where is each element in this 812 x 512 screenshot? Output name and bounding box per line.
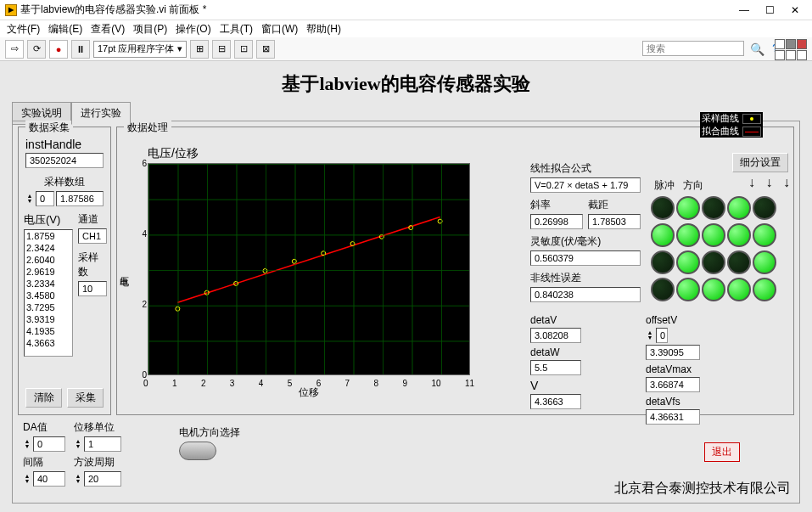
align-button[interactable]: ⊞ bbox=[190, 40, 209, 59]
led[interactable] bbox=[753, 223, 776, 247]
detail-button[interactable]: 细分设置 bbox=[732, 153, 788, 172]
led[interactable] bbox=[727, 196, 751, 220]
svg-point-3 bbox=[234, 281, 238, 285]
unit-spinner[interactable]: ▲▼ bbox=[74, 439, 82, 449]
icon-palette[interactable] bbox=[775, 39, 807, 60]
menu-edit[interactable]: 编辑(E) bbox=[45, 22, 86, 37]
menu-operate[interactable]: 操作(O) bbox=[172, 22, 214, 37]
samples-idx[interactable]: 0 bbox=[36, 191, 54, 206]
close-button[interactable]: ✕ bbox=[783, 2, 807, 19]
slope-value: 0.26998 bbox=[530, 214, 583, 229]
chart-plot[interactable]: 6420 电压 01234567891011 位移 bbox=[148, 163, 470, 375]
run-cont-button[interactable]: ⟳ bbox=[27, 40, 46, 59]
led[interactable] bbox=[753, 250, 776, 274]
menu-tools[interactable]: 工具(T) bbox=[216, 22, 256, 37]
led[interactable] bbox=[727, 250, 751, 274]
led[interactable] bbox=[727, 223, 751, 247]
period-value[interactable]: 20 bbox=[84, 471, 121, 487]
voltage-item[interactable]: 2.3424 bbox=[25, 242, 72, 254]
offsetv-spinner[interactable]: ▲▼ bbox=[646, 330, 654, 340]
nonlinearity-label: 非线性误差 bbox=[530, 271, 641, 285]
toolbar: ⇨ ⟳ ● II 17pt 应用程序字体▾ ⊞ ⊟ ⊡ ⊠ 🔍 ? bbox=[0, 37, 812, 61]
window-title: 基于labview的电容传感器实验.vi 前面板 * bbox=[20, 3, 732, 17]
font-selector[interactable]: 17pt 应用程序字体▾ bbox=[93, 41, 187, 58]
menu-window[interactable]: 窗口(W) bbox=[258, 22, 301, 37]
sensitivity-value: 0.560379 bbox=[530, 250, 641, 266]
menu-file[interactable]: 文件(F) bbox=[3, 22, 43, 37]
search-input[interactable] bbox=[642, 41, 744, 56]
voltage-item[interactable]: 3.9319 bbox=[25, 313, 72, 325]
maximize-button[interactable]: ☐ bbox=[758, 2, 781, 19]
led[interactable] bbox=[676, 278, 700, 301]
led[interactable] bbox=[753, 278, 776, 301]
led[interactable] bbox=[727, 278, 751, 301]
abort-button[interactable]: ● bbox=[49, 40, 68, 59]
led-row bbox=[651, 223, 797, 247]
detav-label: detaV bbox=[530, 314, 641, 326]
led[interactable] bbox=[702, 250, 725, 274]
voltage-item[interactable]: 2.9619 bbox=[25, 266, 72, 278]
led[interactable] bbox=[702, 196, 725, 220]
gap-spinner[interactable]: ▲▼ bbox=[23, 474, 31, 484]
count-value[interactable]: 10 bbox=[78, 281, 107, 296]
detavfs-label: detaVfs bbox=[646, 396, 700, 408]
gap-value[interactable]: 40 bbox=[33, 471, 65, 487]
sensitivity-label: 灵敏度(伏/毫米) bbox=[530, 234, 641, 249]
offsetv-idx[interactable]: 0 bbox=[656, 328, 668, 343]
da-spinner[interactable]: ▲▼ bbox=[23, 439, 31, 449]
svg-point-5 bbox=[292, 259, 296, 263]
distribute-button[interactable]: ⊟ bbox=[212, 40, 231, 59]
voltage-item[interactable]: 3.2334 bbox=[25, 278, 72, 290]
clear-button[interactable]: 清除 bbox=[25, 388, 62, 408]
pause-button[interactable]: II bbox=[71, 40, 90, 59]
led[interactable] bbox=[702, 223, 725, 247]
inst-handle-value[interactable]: 350252024 bbox=[25, 153, 104, 168]
menu-view[interactable]: 查看(V) bbox=[87, 22, 128, 37]
channel-value[interactable]: CH1 bbox=[78, 228, 107, 244]
collect-button[interactable]: 采集 bbox=[67, 388, 104, 408]
menu-help[interactable]: 帮助(H) bbox=[303, 22, 344, 37]
voltage-item[interactable]: 4.1935 bbox=[25, 325, 72, 337]
voltage-item[interactable]: 4.3663 bbox=[25, 337, 72, 349]
led[interactable] bbox=[651, 196, 675, 220]
samples-idx-spinner[interactable]: ▲▼ bbox=[25, 194, 34, 204]
voltage-item[interactable]: 1.8759 bbox=[25, 230, 72, 242]
led[interactable] bbox=[676, 250, 700, 274]
samples-value: 1.87586 bbox=[56, 191, 104, 206]
period-label: 方波周期 bbox=[74, 455, 121, 470]
motor-dir-label: 电机方向选择 bbox=[179, 425, 240, 440]
led[interactable] bbox=[651, 250, 675, 274]
run-button[interactable]: ⇨ bbox=[5, 40, 24, 59]
exit-button[interactable]: 退出 bbox=[704, 442, 740, 462]
tab-run[interactable]: 进行实验 bbox=[71, 102, 131, 125]
led[interactable] bbox=[753, 196, 776, 220]
search-icon[interactable]: 🔍 bbox=[750, 42, 764, 56]
led[interactable] bbox=[702, 278, 725, 301]
dir-label: 方向 bbox=[683, 178, 703, 193]
motor-dir-toggle[interactable] bbox=[179, 442, 216, 460]
resize-button[interactable]: ⊡ bbox=[234, 40, 253, 59]
da-value[interactable]: 0 bbox=[33, 436, 65, 452]
gap-label: 间隔 bbox=[23, 455, 65, 470]
led[interactable] bbox=[676, 223, 700, 247]
voltage-item[interactable]: 3.4580 bbox=[25, 290, 72, 301]
voltage-item[interactable]: 2.6040 bbox=[25, 254, 72, 266]
legend-sample: 采样曲线 bbox=[702, 112, 739, 125]
voltage-item[interactable]: 3.7295 bbox=[25, 301, 72, 313]
voltage-list[interactable]: 1.87592.34242.60402.96193.23343.45803.72… bbox=[24, 229, 73, 357]
menu-project[interactable]: 项目(P) bbox=[130, 22, 171, 37]
led[interactable] bbox=[676, 196, 700, 220]
chart-svg bbox=[148, 164, 469, 375]
detavmax-label: detaVmax bbox=[646, 363, 700, 375]
fit-params: 线性拟合公式 V=0.27 × detaS + 1.79 斜率 0.26998 … bbox=[530, 161, 641, 307]
led[interactable] bbox=[651, 278, 675, 301]
legend-fit: 拟合曲线 bbox=[702, 125, 739, 138]
reorder-button[interactable]: ⊠ bbox=[256, 40, 275, 59]
period-spinner[interactable]: ▲▼ bbox=[74, 474, 82, 484]
fit-formula-label: 线性拟合公式 bbox=[530, 161, 641, 176]
menubar: 文件(F) 编辑(E) 查看(V) 项目(P) 操作(O) 工具(T) 窗口(W… bbox=[0, 20, 812, 37]
unit-value[interactable]: 1 bbox=[84, 436, 121, 452]
minimize-button[interactable]: — bbox=[732, 2, 756, 19]
led[interactable] bbox=[651, 223, 675, 247]
stats-right: offsetV ▲▼0 3.39095 detaVmax 3.66874 det… bbox=[646, 314, 700, 425]
